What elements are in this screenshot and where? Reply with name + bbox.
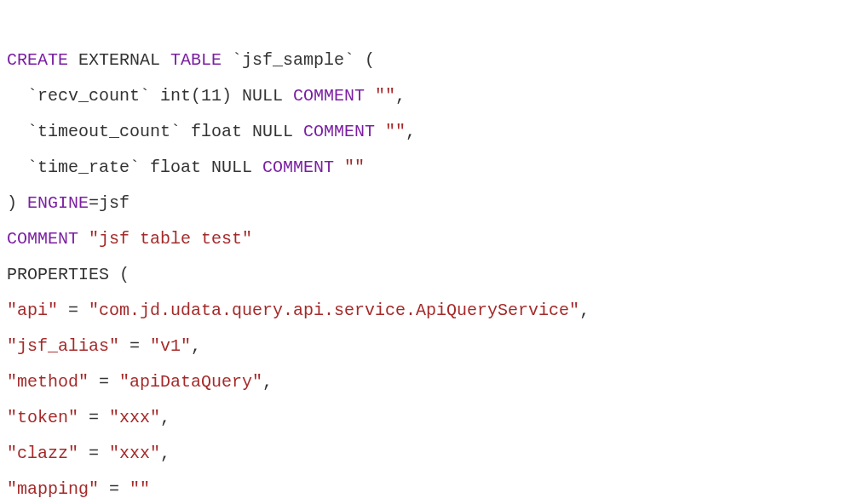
properties-keyword: PROPERTIES ( <box>7 265 130 284</box>
comma: , <box>406 122 416 141</box>
code-line: PROPERTIES ( <box>7 265 130 284</box>
equals: = <box>119 336 150 356</box>
column-def: `recv_count` int(11) NULL <box>7 86 293 106</box>
property-value: "com.jd.udata.query.api.service.ApiQuery… <box>89 301 579 320</box>
engine-value: =jsf <box>89 193 130 213</box>
column-def: `time_rate` float NULL <box>7 158 262 177</box>
comma: , <box>160 444 170 463</box>
code-line: "clazz" = "xxx", <box>7 444 170 463</box>
keyword-comment: COMMENT <box>262 158 334 177</box>
equals: = <box>78 408 109 427</box>
text <box>365 86 375 106</box>
comma: , <box>395 86 406 106</box>
code-line: "method" = "apiDataQuery", <box>7 372 273 392</box>
equals: = <box>99 479 130 499</box>
code-line: "api" = "com.jd.udata.query.api.service.… <box>7 301 590 320</box>
code-line: ) ENGINE=jsf <box>7 193 130 213</box>
text <box>334 158 344 177</box>
keyword-create: CREATE <box>7 50 68 70</box>
string-literal: "" <box>375 86 395 106</box>
table-name: `jsf_sample` ( <box>222 50 375 70</box>
column-def: `timeout_count` float NULL <box>7 122 303 141</box>
sql-code-block: CREATE EXTERNAL TABLE `jsf_sample` ( `re… <box>7 7 845 504</box>
property-value: "v1" <box>150 336 191 356</box>
comma: , <box>579 301 590 320</box>
property-value: "xxx" <box>109 408 160 427</box>
code-line: "token" = "xxx", <box>7 408 170 427</box>
keyword-engine: ENGINE <box>27 193 89 213</box>
text <box>375 122 385 141</box>
code-line: `time_rate` float NULL COMMENT "" <box>7 158 365 177</box>
property-key: "token" <box>7 408 78 427</box>
code-line: CREATE EXTERNAL TABLE `jsf_sample` ( <box>7 50 375 70</box>
property-key: "api" <box>7 301 58 320</box>
property-key: "jsf_alias" <box>7 336 119 356</box>
comma: , <box>191 336 201 356</box>
keyword-comment: COMMENT <box>7 229 78 249</box>
keyword-comment: COMMENT <box>293 86 365 106</box>
paren-close: ) <box>7 193 27 213</box>
comma: , <box>262 372 273 392</box>
equals: = <box>58 301 89 320</box>
property-value: "xxx" <box>109 444 160 463</box>
property-key: "clazz" <box>7 444 78 463</box>
text: EXTERNAL <box>68 50 170 70</box>
text <box>78 229 89 249</box>
comma: , <box>160 408 170 427</box>
equals: = <box>78 444 109 463</box>
code-line: `timeout_count` float NULL COMMENT "", <box>7 122 416 141</box>
property-key: "mapping" <box>7 479 99 499</box>
keyword-comment: COMMENT <box>303 122 375 141</box>
property-key: "method" <box>7 372 89 392</box>
code-line: "jsf_alias" = "v1", <box>7 336 201 356</box>
equals: = <box>89 372 119 392</box>
string-literal: "" <box>385 122 406 141</box>
keyword-table: TABLE <box>170 50 222 70</box>
property-value: "" <box>130 479 150 499</box>
string-literal: "jsf table test" <box>89 229 252 249</box>
property-value: "apiDataQuery" <box>119 372 262 392</box>
code-line: `recv_count` int(11) NULL COMMENT "", <box>7 86 406 106</box>
code-line: "mapping" = "" <box>7 479 150 499</box>
string-literal: "" <box>344 158 365 177</box>
code-line: COMMENT "jsf table test" <box>7 229 252 249</box>
